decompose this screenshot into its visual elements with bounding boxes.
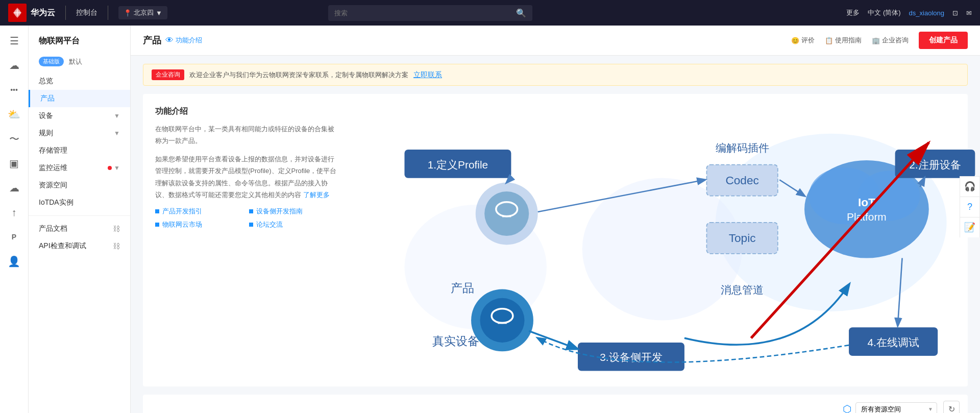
feedback-icon: 📝 — [964, 222, 975, 233]
svg-text:1.定义Profile: 1.定义Profile — [428, 159, 488, 171]
edition-badge: 基础版 — [39, 57, 64, 66]
sidebar-icon-cloud1[interactable]: ☁ — [3, 54, 26, 77]
huawei-logo — [8, 4, 27, 22]
func-text-area: 功能介绍 在物联网平台中，某一类具有相同能力或特征的设备的合集被称为一款产品。 … — [155, 106, 339, 374]
dots-icon: ••• — [10, 86, 18, 94]
region-selector[interactable]: 📍 北京四 ▼ — [118, 6, 167, 19]
search-bar: 🔍 — [328, 5, 532, 21]
func-link-label-2: 设备侧开发指南 — [256, 207, 303, 216]
review-label: 评价 — [801, 36, 815, 45]
hamburger-icon: ☰ — [10, 35, 19, 47]
sidebar-icon-wave[interactable]: 〜 — [3, 128, 26, 150]
consult-label: 企业咨询 — [882, 36, 909, 45]
api-label: API检查和调试 — [39, 241, 86, 251]
rule-arrow-icon: ▼ — [114, 130, 120, 137]
pin-icon: 📍 — [124, 9, 132, 17]
main-layout: ☰ ☁ ••• ⛅ 〜 ▣ ☁ ↑ P 👤 物联网平台 — [0, 26, 980, 413]
nav-right-area: 更多 中文 (简体) ds_xiaolong ⊡ ✉ — [846, 8, 972, 17]
svg-line-37 — [529, 331, 577, 349]
float-question-button[interactable]: ? — [960, 197, 980, 217]
lang-label[interactable]: 中文 (简体) — [868, 8, 900, 17]
review-action[interactable]: 😊 评价 — [791, 36, 815, 45]
consult-action[interactable]: 🏢 企业咨询 — [872, 36, 909, 45]
terminal-icon[interactable]: ⊡ — [952, 9, 958, 17]
func-link-market[interactable]: 物联网云市场 — [155, 220, 245, 229]
func-section-title: 功能介绍 — [155, 106, 339, 117]
chevron-down-icon: ▼ — [156, 9, 162, 17]
storage-label: 存储管理 — [39, 146, 67, 155]
box-icon: ▣ — [9, 157, 19, 169]
cloud2-icon: ⛅ — [8, 108, 20, 120]
svg-text:3.设备侧开发: 3.设备侧开发 — [600, 351, 662, 363]
device-label: 设备 — [39, 111, 53, 120]
sidebar-icon-cloud3[interactable]: ☁ — [3, 177, 26, 199]
refresh-button[interactable]: ↻ — [943, 401, 960, 413]
architecture-diagram: Codec Topic IoT Platform 1.定义Profile — [351, 106, 955, 374]
monitor-arrow-icon: ▼ — [114, 164, 120, 172]
sidebar-icon-user[interactable]: 👤 — [3, 250, 26, 273]
brand-name: 华为云 — [31, 8, 55, 18]
learn-more-link[interactable]: 了解更多 — [303, 191, 330, 199]
nav-divider — [29, 215, 130, 216]
sidebar-item-device[interactable]: 设备 ▼ — [29, 107, 130, 125]
banner-link[interactable]: 立即联系 — [413, 70, 442, 80]
sidebar-item-product-doc[interactable]: 产品文档 ⛓ — [29, 220, 130, 237]
sidebar-item-resource[interactable]: 资源空间 — [29, 177, 130, 194]
float-headphone-button[interactable]: 🎧 — [960, 176, 980, 197]
upload-icon: ↑ — [12, 207, 17, 218]
content-header: 产品 👁 功能介绍 😊 评价 📋 使用指南 🏢 企业咨询 — [131, 26, 980, 56]
func-intro-button[interactable]: 👁 功能介绍 — [165, 36, 202, 45]
control-link[interactable]: 控制台 — [76, 8, 97, 17]
func-links-grid: 产品开发指引 设备侧开发指南 物联网云市场 论坛交流 — [155, 207, 339, 229]
svg-text:编解码插件: 编解码插件 — [716, 142, 769, 154]
func-link-label-4: 论坛交流 — [256, 220, 283, 229]
message-icon[interactable]: ✉ — [966, 9, 972, 17]
external-link2-icon: ⛓ — [113, 242, 120, 250]
func-para2: 如果您希望使用平台查看设备上报的数据信息，并对设备进行管理控制，就需要开发产品模… — [155, 153, 339, 201]
guide-label: 使用指南 — [835, 36, 862, 45]
sidebar-item-iotda[interactable]: IoTDA实例 — [29, 194, 130, 211]
more-label[interactable]: 更多 — [846, 8, 860, 17]
resource-space-select[interactable]: 所有资源空间 — [855, 402, 937, 413]
sidebar-item-rule[interactable]: 规则 ▼ — [29, 125, 130, 142]
sidebar-item-monitor[interactable]: 监控运维 ▼ — [29, 159, 130, 177]
func-link-forum[interactable]: 论坛交流 — [249, 220, 339, 229]
sidebar-item-api[interactable]: API检查和调试 ⛓ — [29, 237, 130, 255]
func-link-product-guide[interactable]: 产品开发指引 — [155, 207, 245, 216]
svg-text:IoT: IoT — [858, 197, 875, 209]
sidebar-icon-cloud2[interactable]: ⛅ — [3, 103, 26, 126]
create-product-button[interactable]: 创建产品 — [919, 32, 968, 49]
guide-action[interactable]: 📋 使用指南 — [825, 36, 862, 45]
sidebar-icon-box[interactable]: ▣ — [3, 152, 26, 175]
region-label: 北京四 — [134, 8, 154, 17]
eye-icon: 👁 — [165, 36, 174, 45]
products-table-section: ⬡ 所有资源空间 ↻ 产品名称 产品ID 资源空间 设备类型 — [143, 395, 968, 413]
sidebar-item-storage[interactable]: 存储管理 — [29, 142, 130, 159]
menu-toggle[interactable]: ☰ — [3, 30, 26, 52]
sidebar-icon-upload[interactable]: ↑ — [3, 201, 26, 224]
ip-icon: P — [12, 233, 16, 241]
banner-text: 欢迎企业客户与我们华为云物联网资深专家联系，定制专属物联网解决方案 — [189, 70, 408, 80]
consult-icon: 🏢 — [872, 37, 880, 44]
resource-label: 资源空间 — [39, 181, 67, 190]
search-input[interactable] — [328, 6, 510, 20]
sidebar-icon-ip[interactable]: P — [3, 226, 26, 248]
sidebar-item-product[interactable]: 产品 — [29, 90, 130, 107]
banner-tag: 企业咨询 — [152, 69, 184, 80]
username-label[interactable]: ds_xiaolong — [909, 9, 944, 17]
search-button[interactable]: 🔍 — [510, 5, 532, 21]
sidebar-item-overview[interactable]: 总览 — [29, 72, 130, 90]
monitor-dot-icon — [108, 166, 112, 170]
link-dot-icon-2 — [249, 209, 253, 213]
overview-label: 总览 — [39, 77, 53, 86]
float-feedback-button[interactable]: 📝 — [960, 217, 980, 237]
svg-text:2.注册设备: 2.注册设备 — [909, 159, 961, 171]
sidebar-icon-dots[interactable]: ••• — [3, 79, 26, 101]
content-header-left: 产品 👁 功能介绍 — [143, 34, 202, 46]
sidebar-icons-panel: ☰ ☁ ••• ⛅ 〜 ▣ ☁ ↑ P 👤 — [0, 26, 29, 413]
svg-line-33 — [507, 178, 511, 183]
func-link-device-guide[interactable]: 设备侧开发指南 — [249, 207, 339, 216]
nav-divider-2 — [108, 6, 108, 20]
main-content-area: 产品 👁 功能介绍 😊 评价 📋 使用指南 🏢 企业咨询 — [131, 26, 980, 413]
monitor-label: 监控运维 — [39, 163, 67, 173]
